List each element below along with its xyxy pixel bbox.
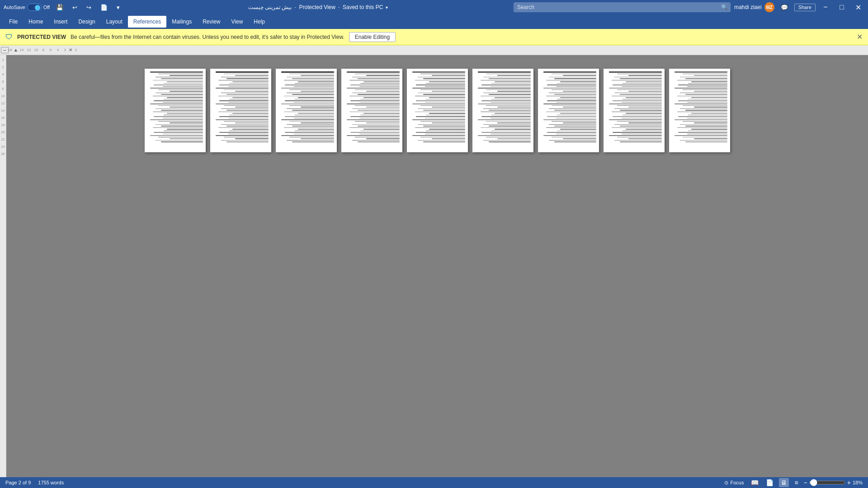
page-thumb[interactable] xyxy=(341,69,402,152)
ribbon-menu: File Home Insert Design Layout Reference… xyxy=(0,14,868,29)
main-content[interactable] xyxy=(6,55,868,477)
undo-button[interactable]: ↩ xyxy=(70,3,80,12)
ruler-left-button[interactable]: ↔ xyxy=(1,47,9,53)
side-mark: 12 xyxy=(0,99,6,107)
title-bar-right: 🔍 mahdi ziaei MZ 💬 Share − □ ✕ xyxy=(514,1,864,14)
status-right: ⊙ Focus 📖 📄 🖥 ≡ − + 18% xyxy=(722,478,863,487)
page-thumb[interactable] xyxy=(604,69,665,152)
print-preview-button[interactable]: 📄 xyxy=(98,3,110,12)
autosave-area: AutoSave Off xyxy=(4,4,50,11)
tab-review[interactable]: Review xyxy=(197,16,226,28)
save-button[interactable]: 💾 xyxy=(53,3,66,12)
customize-button[interactable]: ▾ xyxy=(114,3,123,12)
avatar: MZ xyxy=(764,2,774,12)
protected-icon: 🛡 xyxy=(5,33,13,41)
tab-view[interactable]: View xyxy=(226,16,249,28)
tab-help[interactable]: Help xyxy=(248,16,270,28)
page-thumb[interactable] xyxy=(145,69,206,152)
print-layout-button[interactable]: 📄 xyxy=(764,478,775,487)
ruler-mark: 2 xyxy=(61,48,69,52)
ruler-arrow-up: ▲ xyxy=(14,47,18,52)
protected-title: PROTECTED VIEW xyxy=(17,34,66,40)
tab-file[interactable]: File xyxy=(4,16,23,28)
side-mark: 6 xyxy=(0,78,6,85)
page-info: Page 2 of 9 xyxy=(5,480,31,485)
comments-button[interactable]: 💬 xyxy=(778,3,791,12)
side-mark: 14 xyxy=(0,107,6,114)
status-bar: Page 2 of 9 1755 words ⊙ Focus 📖 📄 🖥 ≡ −… xyxy=(0,477,868,488)
pages-container xyxy=(145,69,730,152)
side-mark: 16 xyxy=(0,114,6,121)
read-mode-button[interactable]: 📖 xyxy=(749,478,760,487)
side-mark: 2 xyxy=(0,56,6,63)
outline-view-button[interactable]: ≡ xyxy=(793,478,800,487)
tab-mailings[interactable]: Mailings xyxy=(166,16,197,28)
side-mark: 4 xyxy=(0,70,6,78)
side-mark: 20 xyxy=(0,128,6,136)
page-thumb[interactable] xyxy=(407,69,468,152)
ruler-arrow-cross: ✕ xyxy=(69,47,72,52)
user-name: mahdi ziaei xyxy=(734,4,762,10)
page-thumb[interactable] xyxy=(472,69,533,152)
ruler-mark: 6 xyxy=(47,48,54,52)
web-layout-button[interactable]: 🖥 xyxy=(779,478,789,487)
minimize-button[interactable]: − xyxy=(819,1,832,14)
side-mark: 18 xyxy=(0,121,6,128)
side-mark: 22 xyxy=(0,136,6,143)
zoom-percent: 18% xyxy=(853,480,863,485)
autosave-label: AutoSave xyxy=(4,5,25,10)
search-input[interactable] xyxy=(514,2,731,12)
status-left: Page 2 of 9 1755 words xyxy=(5,480,64,485)
word-count: 1755 words xyxy=(38,480,64,485)
protected-view-bar: 🛡 PROTECTED VIEW Be careful—files from t… xyxy=(0,29,868,45)
tab-insert[interactable]: Insert xyxy=(48,16,73,28)
search-wrap: 🔍 xyxy=(514,2,731,12)
title-bar: AutoSave Off 💾 ↩ ↪ 📄 ▾ بیش تمرینی چیست -… xyxy=(0,0,868,14)
side-mark: 24 xyxy=(0,143,6,150)
ruler-mark: 12 xyxy=(25,48,33,52)
protected-close-button[interactable]: ✕ xyxy=(857,33,863,41)
side-mark: 26 xyxy=(0,150,6,157)
side-ruler: 2 2 4 6 8 10 12 14 16 18 20 22 24 26 xyxy=(0,55,6,477)
ruler-mark: 14 xyxy=(18,48,25,52)
page-thumb[interactable] xyxy=(276,69,337,152)
protected-message: Be careful—files from the Internet can c… xyxy=(71,34,344,40)
doc-title: بیش تمرینی چیست - Protected View - Saved… xyxy=(248,4,388,10)
side-mark: 2 xyxy=(0,63,6,70)
separator: - xyxy=(294,4,296,10)
separator2: - xyxy=(338,4,340,10)
zoom-out-button[interactable]: − xyxy=(804,479,807,486)
page-thumb[interactable] xyxy=(669,69,730,152)
zoom-in-button[interactable]: + xyxy=(847,479,851,486)
ruler-mark: 2 xyxy=(72,48,80,52)
tab-design[interactable]: Design xyxy=(73,16,100,28)
page-thumb[interactable] xyxy=(210,69,271,152)
zoom-slider[interactable] xyxy=(809,479,845,486)
doc-name: بیش تمرینی چیست xyxy=(248,4,292,10)
ruler-content: 18 ▲ 14 12 10 8 6 4 2 ✕ 2 xyxy=(6,47,80,52)
close-button[interactable]: ✕ xyxy=(852,1,864,14)
ruler-mark: 4 xyxy=(54,48,61,52)
maximize-button[interactable]: □ xyxy=(835,1,848,14)
tab-references[interactable]: References xyxy=(128,16,166,28)
focus-label: Focus xyxy=(730,480,744,485)
autosave-state: Off xyxy=(43,5,50,10)
enable-editing-button[interactable]: Enable Editing xyxy=(349,32,396,42)
user-info: mahdi ziaei MZ xyxy=(734,2,774,12)
ruler-mark: 10 xyxy=(33,48,40,52)
title-bar-left: AutoSave Off 💾 ↩ ↪ 📄 ▾ xyxy=(4,3,123,12)
zoom-controls: − + 18% xyxy=(804,479,863,486)
focus-button[interactable]: ⊙ Focus xyxy=(722,479,745,487)
ruler: ↔ 18 ▲ 14 12 10 8 6 4 2 ✕ 2 xyxy=(0,45,868,55)
ruler-mark: 8 xyxy=(40,48,47,52)
share-button[interactable]: Share xyxy=(794,4,816,11)
tab-layout[interactable]: Layout xyxy=(101,16,128,28)
save-status: Saved to this PC xyxy=(343,4,383,10)
focus-icon: ⊙ xyxy=(724,480,728,486)
side-mark: 8 xyxy=(0,85,6,92)
tab-home[interactable]: Home xyxy=(23,16,48,28)
page-thumb[interactable] xyxy=(538,69,599,152)
autosave-toggle[interactable] xyxy=(27,4,42,11)
redo-button[interactable]: ↪ xyxy=(84,3,94,12)
save-status-dropdown[interactable]: ▾ xyxy=(386,5,388,10)
